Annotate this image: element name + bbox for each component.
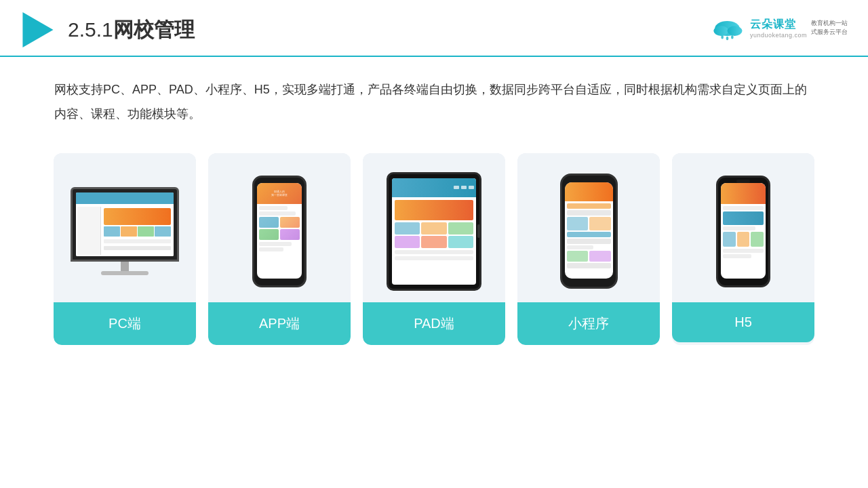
card-h5-label: H5 [672,302,814,342]
card-pad: PAD端 [363,153,505,345]
card-miniprogram-image [517,153,660,302]
description-text: 网校支持PC、APP、PAD、小程序、H5，实现多端打通，产品各终端自由切换，数… [0,57,868,140]
pc-mockup [71,187,179,275]
phone-notch-h5 [736,180,750,183]
svg-point-4 [721,35,724,39]
play-logo-icon [20,12,56,47]
svg-point-2 [713,26,728,36]
card-pc: PC端 [54,153,196,345]
card-h5: H5 [672,153,814,345]
card-app-label: APP端 [208,302,351,345]
pad-mockup [387,172,481,291]
brand-logo: 云朵课堂 yunduoketang.com 教育机构一站式服务云平台 [709,14,848,41]
card-miniprogram-label: 小程序 [517,302,660,345]
h5-mockup [716,176,770,287]
app-mockup: 职通人的第一堂刷课堂 [252,176,307,287]
brand-tagline: 教育机构一站式服务云平台 [811,19,848,36]
svg-point-5 [726,37,729,41]
phone-notch [272,180,287,183]
card-pc-label: PC端 [54,302,196,345]
card-app-image: 职通人的第一堂刷课堂 [208,153,351,302]
app-screen: 职通人的第一堂刷课堂 [257,183,302,279]
svg-point-6 [731,35,734,39]
svg-marker-0 [22,12,53,47]
platform-cards: PC端 职通人的第一堂刷课堂 [0,140,868,365]
brand-text: 云朵课堂 yunduoketang.com [750,18,807,39]
pad-home-btn [477,224,480,238]
h5-screen [721,183,766,279]
card-pad-image [363,153,505,302]
miniprogram-screen [565,182,613,279]
card-miniprogram: 小程序 [517,153,660,345]
pad-screen [392,178,476,285]
page-header: 2.5.1网校管理 云朵课堂 [0,0,868,57]
page-title: 2.5.1网校管理 [68,16,195,44]
cloud-icon [709,14,746,41]
miniprogram-mockup [560,174,618,289]
phone-notch-mini [580,178,597,182]
app-screen-text: 职通人的第一堂刷课堂 [271,190,288,197]
card-pc-image [54,153,196,302]
card-h5-image [672,153,814,302]
card-pad-label: PAD端 [363,302,505,345]
svg-point-3 [727,26,742,36]
card-app: 职通人的第一堂刷课堂 [208,153,351,345]
